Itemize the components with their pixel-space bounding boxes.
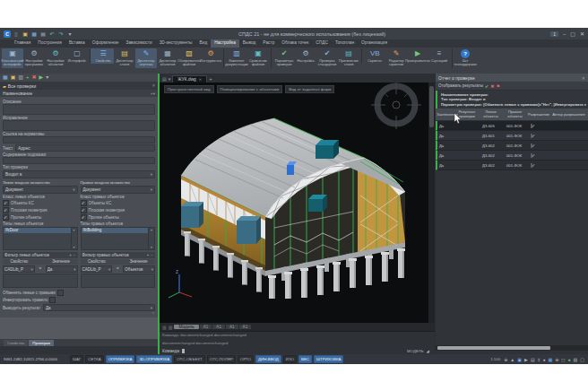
annotation-scale-value[interactable]: 1:100	[490, 357, 500, 361]
resolution-checkbox[interactable]	[531, 124, 532, 128]
ribbon-tab[interactable]: Топоплан	[332, 39, 358, 48]
model-layout-tab[interactable]: Модель	[174, 325, 198, 329]
ribbon-tab[interactable]: Главная	[11, 39, 34, 48]
close-panel-icon[interactable]: ✕	[582, 75, 585, 81]
left-operator[interactable]: =	[36, 265, 45, 273]
column-header[interactable]: Правые объекты	[503, 109, 527, 119]
sheet-layout-tab[interactable]: А1	[239, 325, 252, 329]
tab-list-icon[interactable]: ▤	[162, 76, 167, 82]
invert-rule-row[interactable]: Инвертировать правило	[3, 297, 155, 303]
status-toggle-button[interactable]: ШАГ	[70, 355, 83, 363]
resolution-checkbox[interactable]	[531, 163, 532, 168]
description-input[interactable]	[3, 104, 155, 115]
show-passed-icon[interactable]: ✔	[485, 83, 489, 89]
close-tab-icon[interactable]: ✕	[199, 77, 202, 82]
ribbon-button[interactable]: ▣ Сравнение файлов	[247, 48, 269, 68]
left-doc-dropdown[interactable]: Документ▾	[3, 186, 78, 194]
units-icon[interactable]: ±	[538, 357, 540, 362]
right-type-item[interactable]: IfcBuilding	[82, 228, 149, 233]
ribbon-button[interactable]: ✔ Проверка стандартов	[316, 48, 338, 68]
open-check-icon[interactable]: ▣	[11, 74, 16, 81]
ribbon-button[interactable]: ≡ Сценарий	[428, 48, 450, 64]
status-toggle-button[interactable]: СЕТКА	[85, 355, 103, 363]
remove-filter-icon[interactable]: −	[151, 253, 153, 257]
open-file-icon[interactable]: ▣	[22, 30, 29, 38]
status-toggle-button[interactable]: ОТС-ОБЪЕКТ	[174, 355, 205, 363]
class-checkbox-row[interactable]: Плоская геометрия	[3, 207, 78, 213]
class-checkbox-row[interactable]: Прочие объекты	[3, 214, 78, 221]
column-header[interactable]: Заключение	[436, 112, 455, 118]
model-viewport[interactable]: Пространственный видПозиционирование с о…	[160, 83, 435, 323]
swap-sides-row[interactable]: Обменять левые с правыми	[3, 290, 155, 296]
sheet-layout-tab[interactable]: А1	[226, 325, 238, 329]
panel-tab[interactable]: Свойства	[4, 340, 28, 346]
add-filter-icon[interactable]: +	[69, 253, 72, 257]
cursor-mode-icon[interactable]: ▲	[510, 357, 514, 362]
class-checkbox-row[interactable]: Объекты КС	[81, 200, 156, 206]
checkbox[interactable]	[81, 214, 87, 221]
annotation-scale-icon[interactable]: ▤	[531, 357, 535, 362]
new-tab-icon[interactable]: +	[209, 76, 212, 82]
status-toggle-button[interactable]: ШТРИХОВКА	[314, 355, 343, 363]
print-icon[interactable]: ▤	[39, 30, 47, 38]
text-input[interactable]: Адрес:	[15, 144, 155, 152]
status-toggle-button[interactable]: ОТС-ПОЛЯР	[207, 355, 236, 363]
redo-icon[interactable]: ↷	[57, 30, 65, 38]
status-toggle-button[interactable]: 3D-ОПРИВЯЗКА	[136, 355, 172, 363]
ribbon-button[interactable]: ▣ Классический интерфейс	[2, 48, 23, 68]
report-table-header[interactable]: ЗаключениеРезультат проверкиЛевые объект…	[436, 109, 588, 121]
report-table-row[interactable]: Да ДЗ-602 001-ФОК	[436, 151, 588, 161]
right-filter-list[interactable]	[81, 274, 156, 288]
chevron-down-icon[interactable]: ▾	[73, 245, 74, 249]
resolution-checkbox[interactable]	[531, 134, 532, 138]
fullscreen-icon[interactable]: ◻	[561, 357, 565, 362]
ribbon-tab[interactable]: Настройка	[211, 39, 239, 48]
tab-menu-icon[interactable]: ▾	[169, 76, 171, 82]
ribbon-button[interactable]: ⚙ Настройка	[295, 48, 316, 64]
run-check-icon[interactable]: ▶	[39, 74, 44, 81]
model-space-label[interactable]: МОДЕЛЬ	[407, 349, 424, 353]
checkbox[interactable]	[3, 200, 9, 206]
ribbon-button[interactable]: ✔ Параметры проверки	[271, 48, 295, 68]
right-value-dropdown[interactable]: Объектов▾	[123, 265, 155, 273]
command-line[interactable]: Команда: documentchanged documentchanged…	[160, 331, 435, 354]
ribbon-button[interactable]: ? Чат техподдержки	[452, 48, 476, 68]
column-header[interactable]: Левые объекты	[479, 109, 503, 119]
remove-filter-icon[interactable]: −	[74, 253, 76, 257]
report-table-row[interactable]: Да ДЗ-605 001-ФОК	[436, 121, 588, 131]
left-type-item[interactable]: IfcDoor	[4, 228, 71, 233]
status-toggle-button[interactable]: ОПРИВЯЗКА	[106, 355, 135, 363]
column-header[interactable]: Автор разрешения	[549, 112, 588, 118]
checks-group-header[interactable]: ▰ Все проверки ≡	[0, 82, 158, 90]
ribbon-tab[interactable]: Вывод	[239, 39, 260, 48]
ribbon-tab[interactable]: Зависимости	[123, 39, 156, 48]
quick-view-icon[interactable]: ●	[542, 357, 545, 362]
save-check-icon[interactable]: ▥	[18, 74, 23, 81]
ribbon-tab[interactable]: Оформление	[89, 39, 123, 48]
status-toggle-button[interactable]: ДИН-ВВОД	[255, 355, 281, 363]
checkbox[interactable]	[3, 214, 9, 221]
maximize-button[interactable]: ▢	[570, 30, 575, 37]
swap-checkbox[interactable]	[57, 290, 64, 296]
ribbon-button[interactable]: ⚙ Настройки объектов	[45, 48, 66, 68]
delete-check-icon[interactable]: ✖	[32, 74, 37, 81]
class-checkbox-row[interactable]: Прочие объекты	[81, 214, 156, 221]
sync-status-icon[interactable]: ●	[568, 357, 571, 362]
pin-icon[interactable]: ⚑	[496, 83, 499, 89]
grid-display-icon[interactable]: ▦	[548, 357, 552, 362]
right-types-listbox[interactable]: IfcBuilding ▾▾	[81, 227, 156, 250]
name-section-header[interactable]: Наименование + ▾	[0, 90, 158, 97]
checkbox[interactable]	[3, 207, 9, 213]
report-table-row[interactable]: Да ДЗ-602 001-ФОК	[436, 161, 588, 170]
right-prop-dropdown[interactable]: CADLib_P▾	[81, 265, 113, 273]
show-failed-icon[interactable]: ✖	[490, 83, 494, 89]
close-button[interactable]: ✕	[580, 30, 584, 37]
qat-menu-icon[interactable]: ▾	[66, 30, 74, 38]
ribbon-tab[interactable]: Построения	[34, 39, 65, 48]
left-types-listbox[interactable]: IfcDoor ▾▾	[3, 227, 78, 250]
right-doc-dropdown[interactable]: Документ▾	[81, 186, 156, 194]
folder-icon[interactable]: ▧	[574, 357, 578, 362]
column-header[interactable]: Результат проверки	[455, 109, 479, 119]
viewport-control-button[interactable]: Позиционирование с объектами	[217, 85, 283, 93]
panel-resize-grip[interactable]: ⌃	[3, 311, 155, 317]
